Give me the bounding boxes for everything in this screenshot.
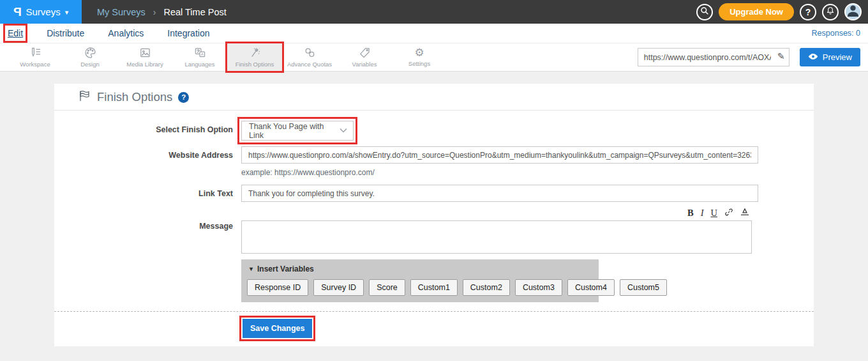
- gear-icon: ⚙: [414, 47, 424, 58]
- italic-button[interactable]: I: [701, 208, 704, 218]
- variable-button-response-id[interactable]: Response ID: [247, 279, 308, 296]
- topbar-actions: Upgrade Now ?: [696, 0, 868, 24]
- magic-wand-icon: [249, 47, 261, 59]
- link-text-label: Link Text: [54, 185, 241, 202]
- toolbar-label: Design: [80, 61, 100, 68]
- link-text-input[interactable]: [241, 185, 758, 202]
- message-label: Message: [54, 208, 241, 302]
- eye-icon: [808, 52, 818, 62]
- chevron-down-icon: [339, 127, 348, 135]
- toolbar-item-workspace[interactable]: Workspace: [8, 43, 63, 71]
- insert-variables-buttons: Response ID Survey ID Score Custom1 Cust…: [247, 279, 593, 296]
- bell-icon: [826, 6, 835, 17]
- image-icon: [139, 47, 151, 59]
- tab-integration[interactable]: Integration: [167, 28, 209, 38]
- survey-url-wrap: ✎: [638, 48, 789, 66]
- survey-url-input[interactable]: [638, 48, 789, 66]
- breadcrumb-separator-icon: ›: [153, 7, 156, 17]
- finish-options-form: Select Finish Option Thank You Page with…: [54, 111, 814, 346]
- question-mark-icon: ?: [805, 7, 811, 17]
- variable-button-custom5[interactable]: Custom5: [620, 279, 667, 296]
- insert-link-button[interactable]: [724, 208, 733, 219]
- questionpro-logo: P: [13, 5, 22, 19]
- translate-icon: A: [194, 47, 206, 59]
- insert-variables-toggle[interactable]: ▾ Insert Variables: [247, 265, 593, 273]
- edit-url-pencil-icon[interactable]: ✎: [777, 51, 785, 61]
- variable-button-custom4[interactable]: Custom4: [567, 279, 615, 296]
- help-button[interactable]: ?: [800, 4, 816, 20]
- tag-icon: [359, 47, 371, 59]
- message-editor-toolbar: B I U: [241, 208, 752, 219]
- avatar[interactable]: [844, 3, 862, 20]
- variable-button-score[interactable]: Score: [369, 279, 405, 296]
- chain-links-icon: [304, 47, 316, 59]
- toolbar-label: Variables: [352, 61, 377, 68]
- notifications-button[interactable]: [822, 4, 839, 20]
- insert-variables-panel: ▾ Insert Variables Response ID Survey ID…: [241, 259, 599, 302]
- finish-option-select[interactable]: Thank You Page with Link: [241, 121, 354, 141]
- finish-options-panel: Finish Options ? Select Finish Option Th…: [54, 84, 814, 346]
- bold-button[interactable]: B: [687, 208, 694, 218]
- top-navbar: P Surveys ▾ My Surveys › Real Time Post …: [0, 0, 868, 24]
- toolbar-item-finish-options[interactable]: Finish Options: [227, 43, 282, 71]
- variable-button-survey-id[interactable]: Survey ID: [313, 279, 364, 296]
- toolbar-item-languages[interactable]: A Languages: [172, 43, 227, 71]
- tab-edit[interactable]: Edit: [8, 28, 23, 38]
- toolbar-item-settings[interactable]: ⚙ Settings: [392, 43, 447, 71]
- underline-button[interactable]: U: [711, 208, 717, 218]
- toolbar-label: Languages: [184, 61, 214, 68]
- breadcrumb-current-survey: Real Time Post: [163, 7, 226, 17]
- surveys-product-menu[interactable]: P Surveys ▾: [0, 0, 82, 24]
- upgrade-now-button[interactable]: Upgrade Now: [719, 3, 794, 20]
- responses-count[interactable]: Responses: 0: [812, 29, 860, 38]
- toolbar-label: Workspace: [20, 61, 50, 68]
- toolbar-label: Advance Quotas: [287, 61, 332, 68]
- preview-label: Preview: [823, 52, 852, 62]
- preview-button[interactable]: Preview: [800, 48, 860, 66]
- search-icon: [700, 6, 709, 17]
- variable-button-custom2[interactable]: Custom2: [463, 279, 510, 296]
- toolbar-label: Media Library: [126, 61, 163, 68]
- variable-button-custom1[interactable]: Custom1: [410, 279, 458, 296]
- website-address-input[interactable]: [241, 146, 758, 164]
- toolbar-right: ✎ Preview: [638, 43, 868, 71]
- workspace-icon: [29, 47, 41, 59]
- edit-toolbar: Workspace Design Media Library A Languag…: [0, 43, 868, 72]
- breadcrumb-my-surveys[interactable]: My Surveys: [97, 7, 146, 17]
- toolbar-label: Finish Options: [236, 61, 274, 68]
- caret-down-icon: ▾: [250, 265, 253, 272]
- finish-option-selected-value: Thank You Page with Link: [249, 122, 339, 140]
- toolbar-item-advance-quotas[interactable]: Advance Quotas: [282, 43, 337, 71]
- website-address-label: Website Address: [54, 146, 241, 185]
- finish-options-help-button[interactable]: ?: [178, 92, 189, 103]
- save-changes-button[interactable]: Save Changes: [243, 319, 312, 338]
- insert-variables-label: Insert Variables: [257, 265, 314, 273]
- search-button[interactable]: [696, 4, 713, 20]
- finish-flag-icon: [79, 90, 91, 104]
- toolbar-item-design[interactable]: Design: [63, 43, 117, 71]
- palette-icon: [84, 47, 96, 59]
- page-title: Finish Options: [97, 90, 172, 104]
- user-photo-icon: [846, 3, 860, 19]
- toolbar-item-media-library[interactable]: Media Library: [117, 43, 172, 71]
- chevron-down-icon: ▾: [65, 8, 69, 17]
- variable-button-custom3[interactable]: Custom3: [515, 279, 562, 296]
- toolbar-item-variables[interactable]: Variables: [337, 43, 392, 71]
- panel-header: Finish Options ?: [54, 84, 814, 111]
- message-textarea[interactable]: [241, 220, 752, 254]
- breadcrumb: My Surveys › Real Time Post: [97, 0, 227, 24]
- product-name: Surveys: [26, 6, 60, 17]
- tab-analytics[interactable]: Analytics: [108, 28, 144, 38]
- website-example-hint: example: https://www.questionpro.com/: [241, 168, 758, 177]
- survey-section-tabs: Edit Distribute Analytics Integration Re…: [0, 24, 868, 43]
- align-button[interactable]: [740, 208, 749, 218]
- finish-option-label: Select Finish Option: [54, 121, 241, 141]
- toolbar-label: Settings: [408, 60, 430, 67]
- tab-distribute[interactable]: Distribute: [47, 28, 84, 38]
